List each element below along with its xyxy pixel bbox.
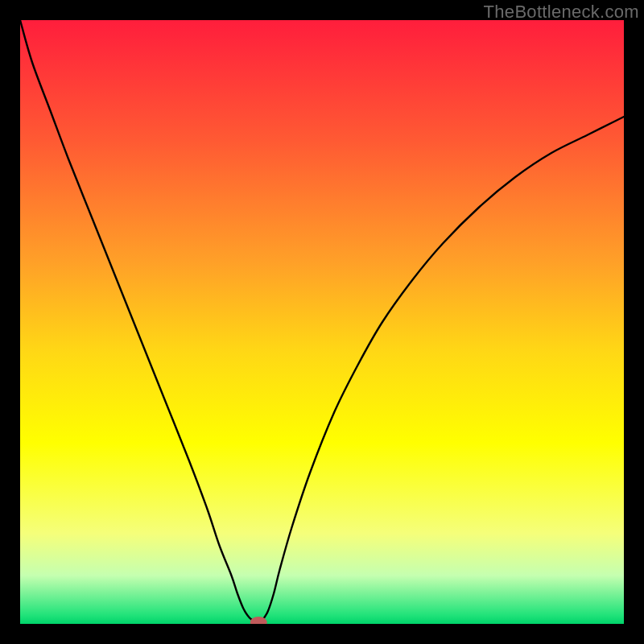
- gradient-background: [20, 20, 624, 624]
- plot-area: [20, 20, 624, 624]
- chart-svg: [20, 20, 624, 624]
- chart-frame: TheBottleneck.com: [0, 0, 644, 644]
- watermark-text: TheBottleneck.com: [484, 2, 639, 23]
